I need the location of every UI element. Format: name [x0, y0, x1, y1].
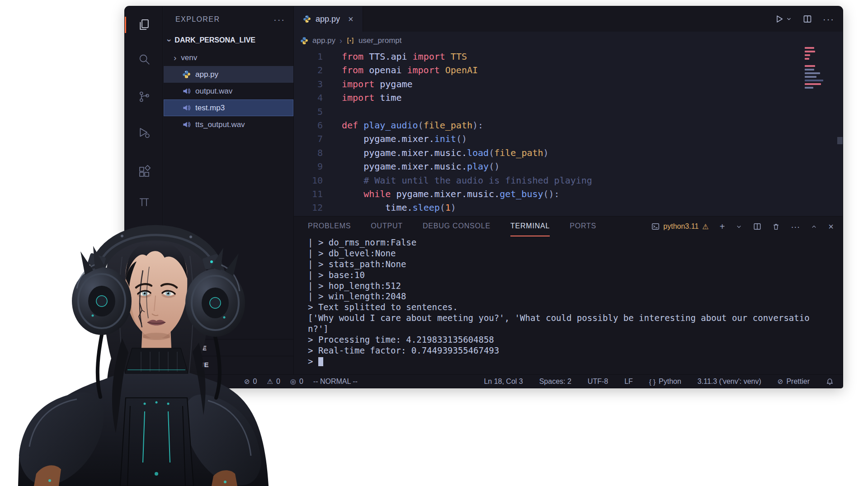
- code-line[interactable]: 12 time.sleep(1): [294, 201, 802, 214]
- status-value: Prettier: [786, 377, 810, 386]
- new-terminal-icon[interactable]: +: [720, 222, 725, 232]
- file-name: app.py: [195, 70, 218, 79]
- code-line[interactable]: 3import pygame: [294, 77, 802, 91]
- more-actions-icon[interactable]: ···: [823, 14, 835, 24]
- source-control-icon: [137, 90, 151, 104]
- code-line[interactable]: 9 pygame.mixer.music.play(): [294, 160, 802, 173]
- split-editor-icon[interactable]: [803, 14, 812, 24]
- line-number: 12: [294, 201, 323, 214]
- minimap[interactable]: [805, 47, 835, 90]
- active-indicator: [125, 17, 126, 33]
- activity-bar-item-extensions[interactable]: [125, 158, 163, 185]
- file-name: output.wav: [195, 87, 232, 96]
- bell-icon: [826, 378, 834, 386]
- python-file-icon: [182, 70, 191, 79]
- explorer-root-folder[interactable]: › DARK_PERSONA_LIVE: [164, 33, 293, 48]
- broadcast-icon: ◎: [290, 377, 296, 386]
- activity-bar-item-source-control[interactable]: [125, 83, 163, 110]
- close-panel-icon[interactable]: ×: [828, 222, 834, 232]
- activity-bar-item-explorer[interactable]: [125, 11, 163, 38]
- explorer-item-venv[interactable]: ›venv: [164, 49, 293, 66]
- explorer-header: EXPLORER ···: [164, 6, 293, 33]
- panel-tab-output[interactable]: OUTPUT: [371, 217, 403, 236]
- status-indentation[interactable]: Spaces: 2: [539, 377, 571, 386]
- status-language-mode[interactable]: { }Python: [649, 377, 681, 386]
- status-notifications[interactable]: [826, 378, 834, 386]
- code-line[interactable]: 7 pygame.mixer.init(): [294, 132, 802, 146]
- terminal-prompt[interactable]: >: [308, 356, 838, 367]
- root-folder-name: DARK_PERSONA_LIVE: [175, 36, 255, 44]
- editor-area: app.py × ··· app.py ›: [294, 6, 843, 216]
- breadcrumb-symbol[interactable]: user_prompt: [359, 36, 401, 45]
- terminal-line: | > base:10: [308, 270, 838, 281]
- code-line[interactable]: 4import time: [294, 91, 802, 104]
- code-line[interactable]: 6def play_audio(file_path):: [294, 118, 802, 132]
- code-line[interactable]: 2from openai import OpenAI: [294, 63, 802, 77]
- run-debug-icon: [137, 126, 151, 140]
- terminal-output[interactable]: | > do_rms_norm:False| > db_level:None| …: [308, 237, 838, 367]
- maximize-panel-icon[interactable]: [811, 223, 817, 230]
- launch-profile-chevron-icon[interactable]: [736, 223, 742, 230]
- python-file-icon: [303, 15, 311, 23]
- split-terminal-icon[interactable]: [753, 222, 761, 231]
- status-value: Python: [659, 377, 681, 386]
- terminal-shell-selector[interactable]: python3.11 ⚠: [651, 222, 708, 231]
- status-encoding[interactable]: UTF-8: [588, 377, 608, 386]
- screen: EXPLORER ··· › DARK_PERSONA_LIVE ›venvap…: [0, 0, 868, 486]
- line-number: 8: [294, 146, 323, 160]
- audio-file-icon: [182, 87, 191, 96]
- line-number: 11: [294, 187, 323, 201]
- terminal-line: | > db_level:None: [308, 248, 838, 259]
- cyberpunk-woman-avatar: [9, 203, 271, 486]
- status-python-interpreter[interactable]: 3.11.3 ('venv': venv): [698, 377, 761, 386]
- code-line[interactable]: 5: [294, 105, 802, 118]
- code-line[interactable]: 8 pygame.mixer.music.load(file_path): [294, 146, 802, 160]
- chevron-down-icon: ›: [165, 39, 174, 42]
- panel-tab-ports[interactable]: PORTS: [570, 217, 596, 236]
- status-vim-mode[interactable]: -- NORMAL --: [313, 377, 358, 386]
- explorer-item-app-py[interactable]: app.py: [164, 66, 293, 83]
- scrollbar-thumb[interactable]: [837, 137, 843, 144]
- terminal-line: | > hop_length:512: [308, 281, 838, 292]
- tab-label: app.py: [316, 14, 340, 24]
- breadcrumb[interactable]: app.py › user_prompt: [294, 32, 843, 50]
- status-cursor-position[interactable]: Ln 18, Col 3: [484, 377, 523, 386]
- breadcrumb-file[interactable]: app.py: [312, 36, 335, 45]
- audio-file-icon: [182, 120, 191, 129]
- editor-actions: ···: [775, 6, 835, 32]
- code-line[interactable]: 11 while pygame.mixer.music.get_busy():: [294, 187, 802, 201]
- search-icon: [137, 52, 151, 66]
- kill-terminal-icon[interactable]: [772, 223, 780, 231]
- explorer-item-test-mp3[interactable]: test.mp3: [164, 99, 293, 116]
- status-eol[interactable]: LF: [624, 377, 633, 386]
- status-value: -- NORMAL --: [313, 377, 358, 386]
- explorer-item-output-wav[interactable]: output.wav: [164, 83, 293, 99]
- line-number: 2: [294, 63, 323, 77]
- python-file-icon: [300, 37, 308, 45]
- explorer-more-icon[interactable]: ···: [274, 14, 285, 25]
- code-line[interactable]: 1from TTS.api import TTS: [294, 50, 802, 63]
- run-python-file-button[interactable]: [775, 14, 792, 24]
- tab-close-icon[interactable]: ×: [348, 14, 354, 24]
- activity-bar-item-run-debug[interactable]: [125, 119, 163, 146]
- panel-tab-terminal[interactable]: TERMINAL: [510, 217, 550, 236]
- circle-slash-icon: ⊘: [778, 377, 783, 386]
- status-broadcast[interactable]: ◎0: [290, 377, 303, 386]
- chevron-down-icon: [786, 16, 792, 22]
- terminal-line: ['Why would I care about meeting you?', …: [308, 313, 838, 324]
- status-formatter[interactable]: ⊘Prettier: [778, 377, 810, 386]
- activity-bar-item-search[interactable]: [125, 46, 163, 73]
- code-line[interactable]: 10 # Wait until the audio is finished pl…: [294, 174, 802, 187]
- warning-icon: ⚠: [702, 222, 708, 231]
- code-editor[interactable]: 1from TTS.api import TTS2from openai imp…: [294, 50, 802, 216]
- tab-app-py[interactable]: app.py ×: [294, 6, 363, 32]
- explorer-item-tts-output-wav[interactable]: tts_output.wav: [164, 116, 293, 133]
- line-number: 7: [294, 132, 323, 146]
- terminal-line: > Processing time: 4.219833135604858: [308, 335, 838, 345]
- status-value: Ln 18, Col 3: [484, 377, 523, 386]
- panel-more-actions-icon[interactable]: ···: [791, 222, 800, 232]
- terminal-line: > Real-time factor: 0.744939355467493: [308, 345, 838, 356]
- panel-tab-debug-console[interactable]: DEBUG CONSOLE: [423, 217, 491, 236]
- panel-tab-problems[interactable]: PROBLEMS: [308, 217, 351, 236]
- line-number: 1: [294, 50, 323, 63]
